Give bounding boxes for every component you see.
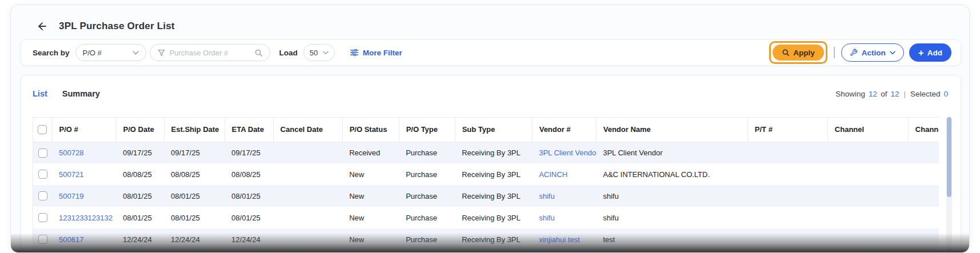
- cell-sub_type: Receiving By 3PL: [455, 185, 532, 207]
- cell-sub_type: Receiving By 3PL: [455, 163, 532, 185]
- cell-channel: [827, 207, 908, 228]
- cell-po_number: 1231233123132: [52, 207, 116, 228]
- cell-po_date: 08/01/25: [116, 185, 164, 207]
- cell-po_type: Purchase: [399, 185, 455, 207]
- toolbar-divider: [834, 47, 835, 58]
- summary-separator: |: [902, 90, 907, 98]
- sliders-filter-icon: [350, 48, 359, 57]
- vendor-number-link[interactable]: ACINCH: [539, 170, 567, 179]
- cell-vendor_name: shifu: [596, 185, 747, 207]
- chevron-down-icon: [133, 51, 139, 55]
- cell-channel_2: [908, 228, 939, 250]
- cell-cancel_date: [273, 142, 342, 163]
- vendor-number-link[interactable]: shifu: [539, 214, 554, 222]
- column-header-6: P/O Type: [399, 118, 455, 142]
- po-number-link[interactable]: 500728: [59, 148, 83, 157]
- add-button[interactable]: + Add: [909, 43, 951, 62]
- search-icon: [254, 49, 263, 57]
- tab-summary[interactable]: Summary: [62, 89, 100, 98]
- cell-po_status: New: [342, 228, 399, 250]
- cell-pt_number: [747, 163, 827, 185]
- table-row: 50061712/24/2412/24/2412/24/24NewPurchas…: [33, 228, 939, 250]
- cell-eta_date: 08/01/25: [225, 207, 273, 228]
- po-number-link[interactable]: 500719: [59, 192, 83, 200]
- load-select[interactable]: 50: [303, 44, 335, 61]
- column-header-10: P/T #: [747, 118, 827, 142]
- load-selected-value: 50: [310, 49, 318, 57]
- purchase-order-table: P/O #P/O DateEst.Ship DateETA DateCancel…: [33, 117, 939, 253]
- row-checkbox[interactable]: [38, 213, 47, 222]
- cell-channel: [827, 185, 908, 207]
- cell-vendor_number: shifu: [532, 185, 596, 207]
- cell-po_status: New: [342, 207, 399, 228]
- row-checkbox[interactable]: [38, 191, 47, 200]
- cell-vendor_name: 3PL Client Vendor: [596, 142, 747, 163]
- cell-cancel_date: [273, 228, 342, 250]
- column-header-5: P/O Status: [342, 118, 399, 142]
- cell-channel: [827, 228, 908, 250]
- search-by-label: Search by: [33, 49, 70, 57]
- back-arrow-icon: [37, 21, 48, 32]
- row-checkbox[interactable]: [38, 148, 47, 158]
- cell-po_number: 500617: [52, 228, 116, 250]
- filter-bar: Search by P/O # Purchase Order # Load 50: [21, 39, 961, 66]
- table-row: 50072108/08/2508/08/2508/08/25NewPurchas…: [33, 163, 939, 185]
- search-input[interactable]: Purchase Order #: [150, 44, 270, 61]
- cell-po_status: Received: [342, 142, 399, 163]
- cell-po_date: 08/01/25: [116, 207, 164, 228]
- back-button[interactable]: [35, 19, 50, 34]
- vendor-number-link[interactable]: 3PL Client Vendor: [539, 148, 596, 157]
- row-checkbox[interactable]: [38, 235, 47, 244]
- purchase-order-panel: 3PL Purchase Order List Search by P/O # …: [10, 5, 970, 253]
- vendor-number-link[interactable]: shifu: [539, 192, 554, 200]
- title-row: 3PL Purchase Order List: [11, 12, 175, 41]
- vertical-scrollbar-thumb[interactable]: [947, 117, 951, 197]
- cell-po_status: New: [342, 163, 399, 185]
- cell-vendor_name: test: [596, 228, 747, 250]
- column-header-12: Channe: [908, 118, 939, 142]
- po-number-link[interactable]: 500721: [59, 170, 83, 179]
- cell-po_type: Purchase: [399, 207, 455, 228]
- apply-button[interactable]: Apply: [773, 45, 824, 61]
- cell-vendor_number: shifu: [532, 207, 596, 228]
- cell-channel: [827, 142, 908, 163]
- of-label: of: [881, 90, 887, 98]
- row-checkbox[interactable]: [38, 170, 47, 179]
- row-checkbox-cell: [33, 228, 52, 250]
- cell-pt_number: [747, 185, 827, 207]
- cell-est_ship_date: 08/01/25: [164, 207, 225, 228]
- more-filter-label: More Filter: [363, 49, 402, 57]
- action-button[interactable]: Action: [841, 43, 904, 62]
- table-header-row: P/O #P/O DateEst.Ship DateETA DateCancel…: [33, 118, 939, 142]
- po-number-link[interactable]: 500617: [59, 235, 83, 244]
- result-summary: Showing 12 of 12 | Selected 0: [835, 90, 948, 98]
- select-all-checkbox[interactable]: [38, 125, 47, 134]
- column-header-3: ETA Date: [225, 118, 273, 142]
- cell-po_number: 500719: [52, 185, 116, 207]
- tab-list[interactable]: List: [33, 89, 47, 98]
- chevron-down-icon: [890, 51, 895, 55]
- row-checkbox-cell: [33, 163, 52, 185]
- cell-est_ship_date: 09/17/25: [164, 142, 225, 163]
- po-number-link[interactable]: 1231233123132: [59, 214, 113, 222]
- column-header-11: Channel: [827, 118, 908, 142]
- cell-eta_date: 09/17/25: [225, 142, 273, 163]
- more-filter-button[interactable]: More Filter: [350, 48, 402, 57]
- cell-pt_number: [747, 207, 827, 228]
- table-row: 50071908/01/2508/01/2508/01/25NewPurchas…: [33, 185, 939, 207]
- row-checkbox-cell: [33, 207, 52, 228]
- wrench-icon: [850, 49, 858, 57]
- cell-vendor_name: A&C INTERNATIONAL CO.LTD.: [596, 163, 747, 185]
- column-header-2: Est.Ship Date: [164, 118, 225, 142]
- selected-count: 0: [943, 90, 948, 98]
- search-by-select[interactable]: P/O #: [75, 44, 146, 61]
- showing-label: Showing: [835, 90, 865, 98]
- vendor-number-link[interactable]: xinjiahui test: [539, 235, 580, 244]
- cell-est_ship_date: 12/24/24: [164, 228, 225, 250]
- total-count: 12: [890, 90, 899, 98]
- cell-eta_date: 08/08/25: [225, 163, 273, 185]
- cell-est_ship_date: 08/08/25: [164, 163, 225, 185]
- apply-button-highlight-ring: Apply: [769, 41, 827, 64]
- cell-cancel_date: [273, 185, 342, 207]
- chevron-down-icon: [323, 51, 329, 55]
